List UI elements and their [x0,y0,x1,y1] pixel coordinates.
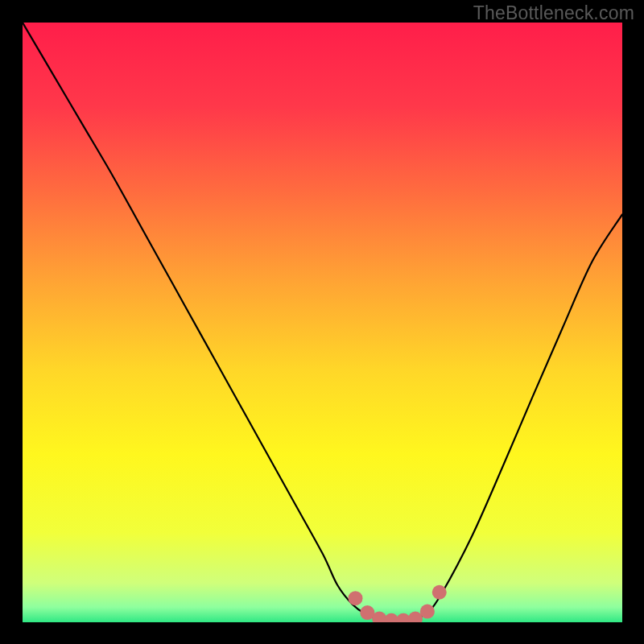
minimum-marker [348,591,362,605]
plot-area [23,23,622,622]
watermark-text: TheBottleneck.com [473,2,634,24]
minimum-marker [420,605,435,619]
bottleneck-curve [23,23,622,621]
chart-container: TheBottleneck.com [0,0,644,644]
curve-layer [23,23,622,622]
minimum-marker [432,585,447,600]
